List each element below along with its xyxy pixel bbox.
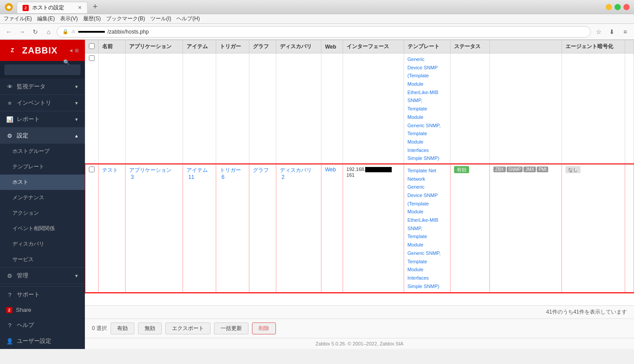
home-button[interactable]: ⌂ xyxy=(43,27,54,37)
download-button[interactable]: ⬇ xyxy=(607,27,617,37)
tpl-link-template[interactable]: (Template xyxy=(408,200,447,208)
triggers-link[interactable]: トリガー6 xyxy=(220,167,241,180)
tpl-link-template-net[interactable]: Template Net xyxy=(408,167,447,175)
tpl-link-simple-snmp[interactable]: Simple SNMP) xyxy=(408,282,447,291)
sidebar-item-maintenance[interactable]: メンテナンス xyxy=(0,190,85,205)
admin-label: 管理 xyxy=(17,272,28,280)
sidebar-item-hosts[interactable]: ホスト xyxy=(0,174,85,190)
inventory-arrow: ▼ xyxy=(74,101,79,106)
zabbix-favicon: Z xyxy=(6,44,19,57)
th-discovery: ディスカバリ xyxy=(276,40,321,53)
inventory-label: インベントリ xyxy=(17,99,51,107)
graphs-link[interactable]: グラフ xyxy=(253,167,269,173)
new-tab-button[interactable]: + xyxy=(89,0,101,13)
template-link-interfaces[interactable]: Interfaces xyxy=(408,146,447,155)
sidebar-item-config[interactable]: ⚙ 設定 ▲ xyxy=(0,128,85,144)
enable-button[interactable]: 有効 xyxy=(111,322,134,334)
monitoring-arrow: ▼ xyxy=(74,84,79,89)
url-masked xyxy=(78,31,105,33)
sidebar-item-user-settings[interactable]: 👤 ユーザー設定 xyxy=(0,333,85,349)
disable-button[interactable]: 無効 xyxy=(138,322,162,334)
tpl-link-generic[interactable]: Generic xyxy=(408,183,447,191)
applications-link[interactable]: アプリケーション3 xyxy=(129,167,172,180)
zbx-badge: ZBX xyxy=(493,167,505,172)
sidebar-item-help[interactable]: ? ヘルプ xyxy=(0,317,85,333)
template-link-simple-snmp[interactable]: Simple SNMP) xyxy=(408,154,447,163)
config-icon: ⚙ xyxy=(6,133,13,139)
table-container[interactable]: 名前 アプリケーション アイテム トリガー グラフ ディスカバリ Web インタ… xyxy=(85,40,634,305)
tpl-link-snmp-comma[interactable]: SNMP, xyxy=(408,224,447,233)
sidebar-item-templates[interactable]: テンプレート xyxy=(0,159,85,174)
template-link-template2[interactable]: Template xyxy=(408,105,447,113)
sidebar-item-inventory[interactable]: ≡ インベントリ ▼ xyxy=(0,95,85,111)
template-link-etherlike[interactable]: EtherLike-MIB xyxy=(408,88,447,97)
url-bar[interactable]: 🔒 ⚠ /zabbix/hosts.php xyxy=(57,26,591,38)
status-badge: 有効 xyxy=(454,166,469,173)
template-link-snmp[interactable]: SNMP, xyxy=(408,96,447,105)
tpl-link-generic-snmp[interactable]: Generic SNMP, xyxy=(408,249,447,258)
menu-file[interactable]: ファイル(E) xyxy=(4,15,32,23)
menu-history[interactable]: 履歴(S) xyxy=(83,15,101,23)
delete-button[interactable]: 削除 xyxy=(252,322,276,334)
reload-button[interactable]: ↻ xyxy=(30,27,41,37)
tpl-link-module2[interactable]: Module xyxy=(408,241,447,249)
sidebar-item-discovery[interactable]: ディスカバリ xyxy=(0,236,85,252)
hosts-label: ホスト xyxy=(12,178,28,186)
tpl-link-network[interactable]: Network xyxy=(408,175,447,183)
sidebar-item-share[interactable]: Z Share xyxy=(0,303,85,317)
sidebar-item-event-correlation[interactable]: イベント相関関係 xyxy=(0,221,85,236)
template-link-device-snmp[interactable]: Device SNMP xyxy=(408,64,447,72)
template-link-module3[interactable]: Module xyxy=(408,138,447,146)
tpl-link-device-snmp[interactable]: Device SNMP xyxy=(408,191,447,200)
tpl-link-template3[interactable]: Template xyxy=(408,258,447,266)
port-number: 161 xyxy=(347,172,355,178)
close-button[interactable] xyxy=(623,4,630,10)
td-discovery xyxy=(276,53,321,165)
sidebar-collapse-btn[interactable]: ◄ ⊞ xyxy=(69,48,79,53)
sidebar-item-monitoring[interactable]: 👁 監視データ ▼ xyxy=(0,79,85,95)
browser-tab[interactable]: Z ホストの設定 ✕ xyxy=(17,2,88,13)
bookmark-button[interactable]: ☆ xyxy=(593,27,604,37)
template-link-generic[interactable]: Generic xyxy=(408,55,447,64)
template-link-module2[interactable]: Module xyxy=(408,113,447,121)
host-name-link[interactable]: テスト xyxy=(102,167,118,173)
web-link[interactable]: Web xyxy=(325,167,336,173)
minimize-button[interactable] xyxy=(606,4,612,10)
menu-bookmarks[interactable]: ブックマーク(B) xyxy=(106,15,145,23)
sidebar-search-input[interactable] xyxy=(4,64,80,75)
sidebar-item-hostgroups[interactable]: ホストグループ xyxy=(0,144,85,159)
items-link[interactable]: アイテム11 xyxy=(187,167,208,180)
sidebar-item-support[interactable]: ? サポート xyxy=(0,287,85,303)
tpl-link-module[interactable]: Module xyxy=(408,208,447,216)
export-button[interactable]: エクスポート xyxy=(165,322,210,334)
template-link-module[interactable]: Module xyxy=(408,80,447,88)
tab-close-button[interactable]: ✕ xyxy=(78,5,82,11)
tpl-link-template2[interactable]: Template xyxy=(408,232,447,241)
menu-view[interactable]: 表示(V) xyxy=(60,15,78,23)
tpl-link-module3[interactable]: Module xyxy=(408,265,447,274)
menu-help[interactable]: ヘルプ(H) xyxy=(176,15,200,23)
forward-button[interactable]: → xyxy=(17,27,27,37)
footer: Zabbix 5.0.26. © 2001–2022, Zabbix SIA xyxy=(85,338,634,349)
menu-tools[interactable]: ツール(I) xyxy=(150,15,171,23)
template-link-generic-snmp[interactable]: Generic SNMP, xyxy=(408,121,447,130)
menu-edit[interactable]: 編集(E) xyxy=(37,15,55,23)
bulk-update-button[interactable]: 一括更新 xyxy=(214,322,248,334)
template-link-template3[interactable]: Template xyxy=(408,129,447,138)
tpl-link-etherlike[interactable]: EtherLike-MIB xyxy=(408,216,447,224)
td-triggers-highlighted: トリガー6 xyxy=(216,164,249,292)
discovery-link[interactable]: ディスカバリ2 xyxy=(280,167,312,180)
row-checkbox-highlighted[interactable] xyxy=(89,167,95,172)
sidebar-item-reports[interactable]: 📊 レポート ▼ xyxy=(0,111,85,127)
tpl-link-interfaces[interactable]: Interfaces xyxy=(408,274,447,282)
menu-button[interactable]: ≡ xyxy=(620,27,630,37)
template-link-template-module[interactable]: (Template xyxy=(408,72,447,80)
select-all-checkbox[interactable] xyxy=(89,43,95,49)
back-button[interactable]: ← xyxy=(4,27,14,37)
sidebar-item-services[interactable]: サービス xyxy=(0,252,85,267)
sidebar-item-admin[interactable]: ⚙ 管理 ▼ xyxy=(0,268,85,284)
row-checkbox[interactable] xyxy=(89,55,95,61)
sidebar-item-actions[interactable]: アクション xyxy=(0,205,85,221)
td-interfaces-highlighted: 192.168. 161 xyxy=(343,164,404,292)
maximize-button[interactable] xyxy=(615,4,621,10)
